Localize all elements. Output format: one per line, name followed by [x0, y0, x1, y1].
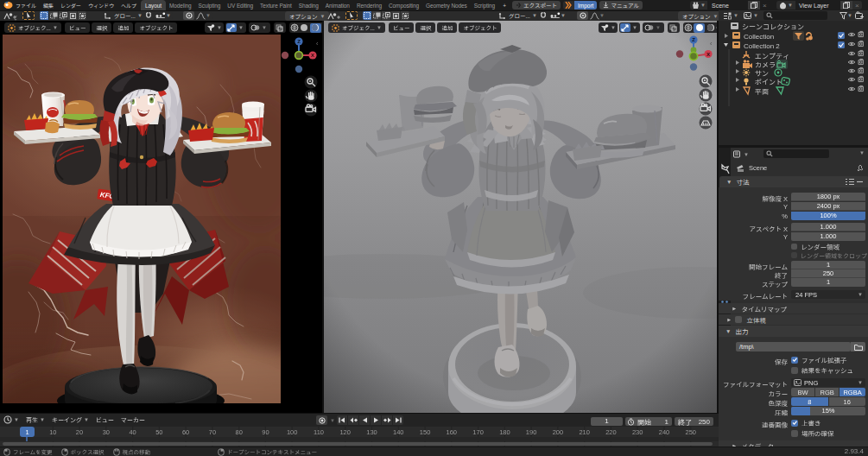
- svg-text:240: 240: [659, 428, 670, 436]
- svg-text:サン: サン: [755, 70, 769, 78]
- svg-text:シーンコレクション: シーンコレクション: [742, 23, 804, 31]
- svg-text:Z: Z: [297, 39, 301, 44]
- svg-text:Collection 2: Collection 2: [744, 42, 780, 50]
- svg-text:170: 170: [472, 428, 484, 436]
- svg-text:230: 230: [632, 428, 643, 436]
- svg-text:X: X: [311, 53, 314, 58]
- svg-text:80: 80: [236, 428, 243, 436]
- svg-text:50: 50: [155, 428, 162, 436]
- svg-text:Z: Z: [692, 37, 695, 42]
- svg-text:180: 180: [499, 428, 510, 436]
- svg-text:90: 90: [262, 428, 269, 436]
- svg-text:110: 110: [314, 428, 324, 436]
- svg-text:60: 60: [182, 428, 189, 436]
- svg-text:カメラ: カメラ: [755, 61, 776, 69]
- svg-text:10: 10: [49, 428, 56, 436]
- svg-text:160: 160: [447, 428, 458, 436]
- svg-text:X: X: [706, 52, 710, 57]
- svg-text:70: 70: [209, 428, 216, 436]
- svg-text:40: 40: [129, 428, 136, 436]
- svg-text:100: 100: [287, 428, 298, 436]
- svg-text:30: 30: [103, 428, 110, 436]
- svg-text:150: 150: [420, 428, 431, 436]
- svg-text:200: 200: [553, 428, 564, 436]
- svg-text:平面: 平面: [755, 88, 769, 96]
- svg-text:130: 130: [366, 428, 377, 436]
- svg-text:210: 210: [579, 428, 590, 436]
- svg-text:190: 190: [526, 428, 537, 436]
- svg-text:220: 220: [605, 428, 617, 436]
- svg-text:120: 120: [339, 428, 351, 436]
- svg-text:140: 140: [393, 428, 404, 436]
- svg-text:1: 1: [25, 428, 29, 436]
- svg-text:20: 20: [76, 428, 83, 436]
- svg-text:250: 250: [686, 428, 697, 436]
- svg-text:ポイント: ポイント: [755, 79, 782, 86]
- svg-text:Collection: Collection: [744, 33, 774, 41]
- svg-text:エンプティ: エンプティ: [755, 53, 789, 60]
